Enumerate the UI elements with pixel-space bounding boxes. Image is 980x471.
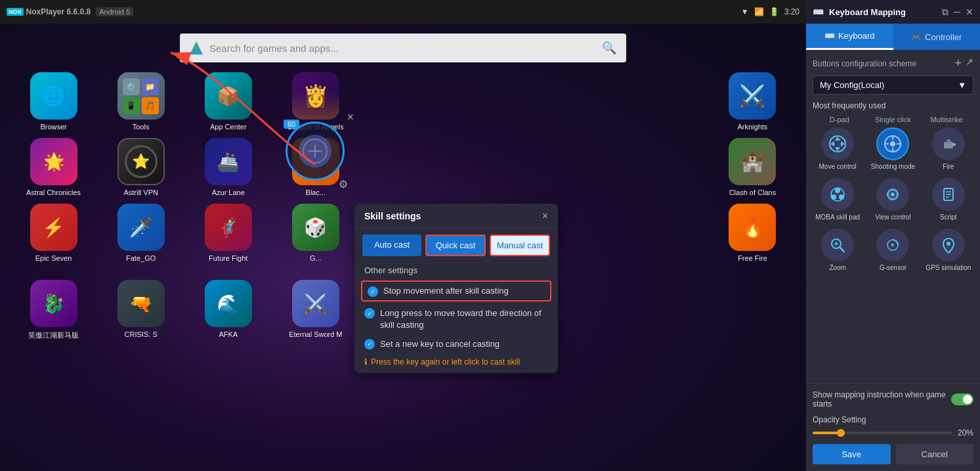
km-view-control-label: View control	[875, 213, 910, 221]
app-astral[interactable]: 🌟 Astral Chronicles	[13, 138, 94, 197]
km-zoom[interactable]: Zoom	[813, 229, 863, 271]
svg-rect-14	[952, 143, 956, 146]
battery-icon: 🔋	[769, 7, 779, 16]
km-config-dropdown[interactable]: My Config(Local) ▼	[813, 76, 973, 95]
long-press-text: Long press to move toward the direction …	[380, 307, 548, 331]
svg-point-21	[891, 192, 895, 196]
empty-slot-1	[362, 72, 410, 131]
svg-point-32	[891, 244, 894, 246]
app-browser-icon: 🌐	[30, 72, 77, 120]
km-add-config-button[interactable]: +	[954, 56, 962, 70]
app-xiaoao-icon: 🐉	[30, 280, 77, 327]
km-icons-header: D-pad Single click Multistrike	[813, 116, 973, 123]
app-futurefight[interactable]: 🦸 Future Fight	[188, 204, 268, 263]
app-arknights-icon: ⚔️	[729, 72, 776, 120]
km-fire-label: Fire	[943, 163, 954, 170]
skill-cast-buttons: Auto cast Quick cast Manual cast	[354, 228, 558, 263]
svg-marker-4	[835, 147, 840, 151]
app-fategp[interactable]: 🗡️ Fate_GO	[100, 204, 181, 263]
empty-slot-7	[538, 138, 585, 197]
svg-point-19	[839, 194, 844, 200]
app-arknights[interactable]: ⚔️ Arknights	[712, 72, 793, 131]
km-config-dropdown-row: My Config(Local) ▼	[813, 76, 973, 95]
km-script-icon	[932, 178, 965, 211]
skill-close-button[interactable]: ✕	[347, 112, 354, 122]
app-astrill[interactable]: ⭐ Astrill VPN	[100, 138, 181, 197]
empty-slot-6	[450, 138, 498, 197]
app-freefre[interactable]: 🔥 Free Fire	[712, 204, 793, 263]
km-opacity-slider[interactable]	[813, 432, 952, 434]
km-shooting-mode[interactable]: Shooting mode	[868, 127, 918, 170]
app-g[interactable]: 🎲 G...	[275, 204, 356, 263]
km-opacity-thumb[interactable]	[837, 429, 845, 437]
app-eternalsword-label: Eternal Sword M	[289, 330, 342, 338]
km-script-label: Script	[940, 213, 957, 221]
app-g-label: G...	[310, 254, 322, 262]
app-xiaoao[interactable]: 🐉 笑傲江湖新马版	[13, 280, 94, 340]
google-play-icon	[190, 41, 203, 55]
km-icons-row2: MOBA skill pad View control Script	[813, 178, 973, 221]
skill-gear-icon[interactable]: ⚙	[339, 178, 348, 191]
tab-keyboard[interactable]: ⌨️ Keyboard	[806, 24, 893, 50]
km-save-button[interactable]: Save	[813, 444, 891, 464]
long-press-option[interactable]: ✓ Long press to move toward the directio…	[354, 304, 558, 334]
cancel-casting-option[interactable]: ✓ Set a new key to cancel casting	[354, 335, 558, 353]
km-restore-button[interactable]: ⧉	[942, 7, 948, 18]
quick-cast-button[interactable]: Quick cast	[425, 235, 486, 256]
search-bar[interactable]: Search for games and apps... 🔍	[180, 34, 626, 62]
svg-rect-15	[947, 139, 950, 143]
app-azurlane[interactable]: 🚢 Azur Lane	[188, 138, 268, 197]
km-share-config-button[interactable]: ↗	[966, 56, 973, 70]
auto-cast-button[interactable]: Auto cast	[362, 235, 421, 256]
app-epic[interactable]: ⚡ Epic Seven	[13, 204, 94, 263]
km-minimize-button[interactable]: ─	[954, 7, 960, 18]
km-cancel-button[interactable]: Cancel	[896, 444, 974, 464]
app-tools-label: Tools	[133, 123, 150, 131]
app-appcenter[interactable]: 📦 App Center	[188, 72, 268, 131]
km-fire[interactable]: Fire	[924, 127, 973, 170]
app-astral-icon: 🌟	[30, 138, 77, 185]
km-panel-content: Buttons configuration scheme + ↗ My Conf…	[806, 50, 980, 383]
stop-movement-option[interactable]: ✓ Stop movement after skill casting	[361, 280, 551, 302]
km-moba-skill-pad[interactable]: MOBA skill pad	[813, 178, 863, 221]
app-afka[interactable]: 🌊 AFKA	[188, 280, 268, 340]
skill-circle-inner	[299, 135, 331, 168]
km-show-mapping-toggle[interactable]	[951, 393, 973, 405]
app-astrill-label: Astrill VPN	[123, 189, 158, 196]
km-move-control[interactable]: Move control	[813, 127, 863, 170]
app-tools[interactable]: ⚙️ 📁 📱 🎵 Tools	[100, 72, 181, 131]
km-move-control-icon	[821, 127, 854, 160]
km-tabs: ⌨️ Keyboard 🎮 Controller	[806, 24, 980, 50]
tab-controller[interactable]: 🎮 Controller	[893, 24, 981, 50]
info-message: Press the key again or left click to cas…	[371, 357, 520, 367]
km-frequently-label: Most frequently used	[813, 101, 973, 110]
km-close-button[interactable]: ✕	[966, 7, 973, 18]
km-script[interactable]: Script	[924, 178, 973, 221]
controller-tab-icon: 🎮	[911, 32, 922, 42]
app-afka-icon: 🌊	[205, 280, 252, 327]
app-crisis-icon: 🔫	[117, 280, 165, 327]
app-crisis[interactable]: 🔫 CRISIS: S	[100, 280, 181, 340]
app-g-icon: 🎲	[292, 204, 339, 251]
app-browser[interactable]: 🌐 Browser	[13, 72, 94, 131]
app-azurlane-label: Azur Lane	[212, 189, 245, 196]
km-moba-skill-pad-label: MOBA skill pad	[815, 213, 860, 221]
manual-cast-button[interactable]: Manual cast	[490, 235, 550, 256]
svg-marker-5	[830, 141, 834, 146]
app-clashofclans[interactable]: 🏰 Clash of Clans	[712, 138, 793, 197]
app-eternalsword[interactable]: ⚔️ Eternal Sword M	[275, 280, 356, 340]
app-appcenter-label: App Center	[210, 123, 247, 131]
km-header-singleclick: Single click	[866, 116, 920, 123]
km-title-icon: ⌨️	[813, 7, 824, 17]
km-gsensor[interactable]: G-sensor	[868, 229, 918, 271]
skill-dialog-header: Skill settings ×	[354, 204, 558, 228]
skill-widget[interactable]: 60 ✕ ⚙	[276, 112, 354, 191]
skill-dialog-close-button[interactable]: ×	[542, 210, 548, 222]
app-fategp-icon: 🗡️	[117, 204, 165, 251]
search-magnify-icon[interactable]: 🔍	[602, 41, 616, 55]
app-grid-row1: 🌐 Browser ⚙️ 📁 📱 🎵 Tools 📦 App Center	[0, 69, 806, 135]
km-show-mapping-label: Show mapping instruction when game start…	[813, 390, 951, 409]
stop-movement-check: ✓	[368, 286, 378, 297]
km-gps-simulation[interactable]: GPS simulation	[924, 229, 973, 271]
km-view-control[interactable]: View control	[868, 178, 918, 221]
